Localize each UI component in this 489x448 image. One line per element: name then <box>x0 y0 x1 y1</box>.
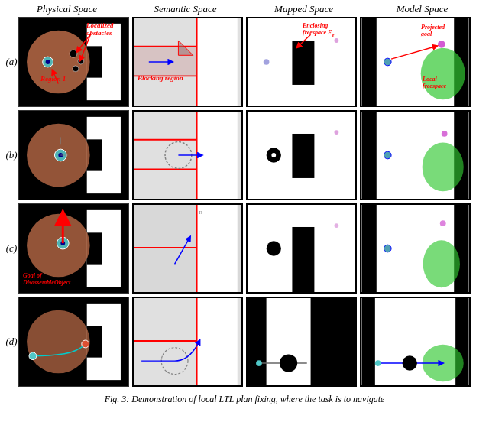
row-c-cells: Goal ofDisassembleObject R <box>18 203 484 294</box>
svg-rect-78 <box>361 205 376 292</box>
header-mapped: Mapped Space <box>248 3 359 15</box>
row-b: (b) <box>5 110 484 200</box>
svg-point-76 <box>334 223 338 228</box>
svg-rect-23 <box>292 41 314 85</box>
svg-point-32 <box>384 58 391 66</box>
cell-c-mapped <box>246 203 357 294</box>
row-d-cells <box>18 297 484 387</box>
cell-c-physical: Goal ofDisassembleObject <box>18 203 129 294</box>
svg-point-104 <box>375 360 381 366</box>
header-model: Model Space <box>367 3 478 15</box>
svg-point-8 <box>73 66 79 72</box>
cell-a-physical: Localizedobstacles Region 1 <box>18 17 129 107</box>
row-a: (a) <box>5 17 484 107</box>
svg-point-53 <box>334 130 338 135</box>
cell-d-physical <box>18 297 129 387</box>
svg-point-7 <box>78 58 84 64</box>
svg-point-31 <box>438 41 445 48</box>
cell-a-semantic: Blocking region <box>132 17 243 107</box>
svg-rect-68 <box>197 205 238 292</box>
svg-point-81 <box>384 245 391 252</box>
column-headers: Physical Space Semantic Space Mapped Spa… <box>0 0 489 17</box>
cell-d-model <box>360 297 471 387</box>
svg-rect-74 <box>292 227 314 292</box>
svg-rect-43 <box>197 112 238 199</box>
row-label-a: (a) <box>5 56 18 68</box>
row-label-d: (d) <box>5 336 18 348</box>
svg-point-88 <box>82 340 89 348</box>
svg-point-97 <box>280 354 297 372</box>
cell-b-semantic <box>132 110 243 200</box>
diagram-rows: (a) <box>0 17 489 390</box>
svg-point-58 <box>384 151 391 159</box>
row-d: (d) <box>5 297 484 387</box>
figure-caption: Fig. 3: Demonstration of local LTL plan … <box>0 390 489 406</box>
svg-rect-50 <box>292 134 314 178</box>
svg-rect-90 <box>197 298 238 385</box>
svg-rect-100 <box>361 298 374 385</box>
svg-point-98 <box>256 360 262 366</box>
header-physical: Physical Space <box>11 3 122 15</box>
cell-d-semantic <box>132 297 243 387</box>
svg-point-103 <box>403 355 417 370</box>
row-c: (c) <box>5 203 484 294</box>
header-semantic: Semantic Space <box>130 3 241 15</box>
svg-point-80 <box>423 240 460 287</box>
cell-d-mapped <box>246 297 357 387</box>
svg-point-59 <box>442 131 448 137</box>
svg-point-5 <box>46 60 50 64</box>
cell-a-model: Projectedgoal Localfreespace <box>360 17 471 107</box>
svg-point-75 <box>267 241 281 255</box>
svg-point-52 <box>271 153 276 157</box>
cell-c-model <box>360 203 471 294</box>
row-a-cells: Localizedobstacles Region 1 <box>18 17 484 107</box>
svg-rect-79 <box>454 205 468 292</box>
svg-point-87 <box>29 352 37 360</box>
svg-rect-13 <box>197 18 238 106</box>
cell-b-physical <box>18 110 129 200</box>
svg-point-82 <box>440 220 446 226</box>
svg-point-30 <box>421 48 465 100</box>
row-label-c: (c) <box>5 242 18 255</box>
cell-c-semantic: R <box>132 203 243 294</box>
svg-point-24 <box>264 59 270 65</box>
cell-b-mapped <box>246 110 357 200</box>
svg-point-86 <box>27 310 90 374</box>
svg-point-6 <box>70 50 77 57</box>
svg-rect-55 <box>361 112 376 199</box>
svg-rect-95 <box>248 298 266 385</box>
row-b-cells <box>18 110 484 200</box>
cell-a-mapped: Enclosingfreespace Fe <box>246 17 357 107</box>
svg-text:R: R <box>199 209 202 215</box>
cell-b-model <box>360 110 471 200</box>
svg-point-57 <box>423 143 464 192</box>
svg-rect-28 <box>361 18 376 106</box>
svg-rect-96 <box>311 298 355 385</box>
row-label-b: (b) <box>5 149 18 161</box>
svg-point-25 <box>334 38 338 43</box>
